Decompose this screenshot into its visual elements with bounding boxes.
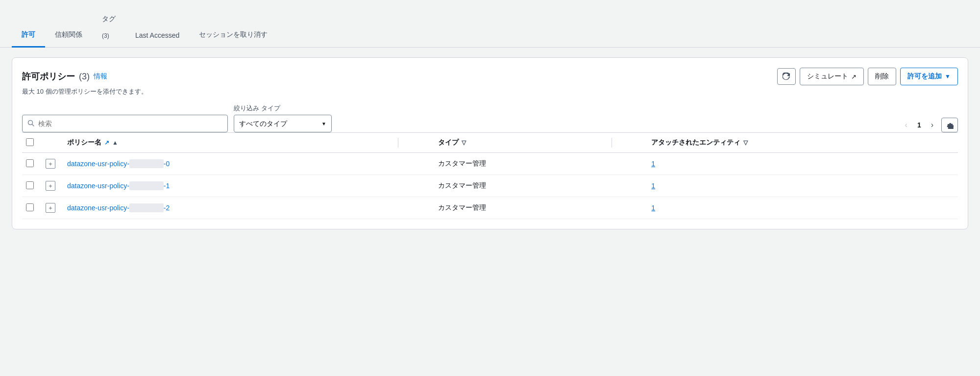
add-arrow-icon: ▼ — [945, 73, 951, 80]
entities-link-2[interactable]: 1 — [651, 204, 655, 212]
tab-tags-label-line1: タグ — [102, 15, 116, 23]
filter-row: 絞り込み タイプ すべてのタイプ AWS 管理 カスタマー管理 インラインポリシ… — [22, 104, 958, 132]
name-covered-2 — [129, 203, 164, 212]
sort-entities[interactable]: アタッチされたエンティティ ▽ — [651, 138, 952, 147]
search-icon — [27, 120, 34, 128]
svg-line-1 — [32, 124, 34, 126]
sort-name[interactable]: ポリシー名 ↗ ▲ — [67, 138, 385, 147]
main-content: 許可ポリシー (3) 情報 シミュレート ↗ 削除 許可を追加 ▼ — [0, 48, 980, 239]
refresh-button[interactable] — [777, 68, 796, 85]
prev-page-button[interactable]: ‹ — [901, 119, 911, 131]
header-type[interactable]: タイプ ▽ — [432, 133, 605, 153]
header-divider-1 — [391, 133, 432, 153]
table-header-row: ポリシー名 ↗ ▲ タイプ ▽ — [22, 133, 958, 153]
name-covered-0 — [129, 159, 164, 168]
row-divider-1-2 — [391, 197, 432, 219]
type-select-wrapper[interactable]: すべてのタイプ AWS 管理 カスタマー管理 インラインポリシー ▼ — [234, 115, 332, 132]
card-title-group: 許可ポリシー (3) 情報 — [22, 71, 107, 82]
tab-tags[interactable]: タグ (3) — [92, 0, 125, 48]
row-entities-0: 1 — [645, 153, 958, 175]
filter-type-label: 絞り込み タイプ — [234, 104, 332, 113]
header-name-label: ポリシー名 — [67, 138, 101, 147]
search-input[interactable] — [38, 120, 222, 127]
action-buttons: シミュレート ↗ 削除 許可を追加 ▼ — [777, 68, 958, 85]
card-subtitle: 最大 10 個の管理ポリシーを添付できます。 — [22, 87, 958, 96]
row-divider-2-0 — [605, 153, 646, 175]
entities-link-1[interactable]: 1 — [651, 182, 655, 190]
row-name-cell-1: datazone-usr-policy- -1 — [61, 175, 391, 197]
table-row: ＋ datazone-usr-policy- -2 カスタマー管理 1 — [22, 197, 958, 219]
simulate-button[interactable]: シミュレート ↗ — [800, 68, 864, 85]
delete-button[interactable]: 削除 — [868, 68, 896, 85]
card-header: 許可ポリシー (3) 情報 シミュレート ↗ 削除 許可を追加 ▼ — [22, 68, 958, 85]
expand-row-icon-2[interactable]: ＋ — [46, 203, 55, 213]
next-page-button[interactable]: › — [927, 119, 937, 131]
refresh-icon — [783, 73, 790, 80]
sort-type[interactable]: タイプ ▽ — [438, 138, 599, 147]
row-type-1: カスタマー管理 — [432, 175, 605, 197]
table-row: ＋ datazone-usr-policy- -0 カスタマー管理 1 — [22, 153, 958, 175]
entities-link-0[interactable]: 1 — [651, 160, 655, 168]
gear-icon — [946, 121, 954, 129]
row-checkbox-cell — [22, 175, 40, 197]
header-checkbox-cell — [22, 133, 40, 153]
policy-link-suffix-0[interactable]: -0 — [164, 160, 170, 168]
row-checkbox-2[interactable] — [26, 203, 34, 211]
tabs-bar: 許可 信頼関係 タグ (3) Last Accessed セッションを取り消す — [0, 0, 980, 48]
add-permission-button[interactable]: 許可を追加 ▼ — [900, 68, 958, 85]
pagination-area: ‹ 1 › — [901, 118, 958, 132]
policy-link-suffix-1[interactable]: -1 — [164, 182, 170, 190]
simulate-external-icon: ↗ — [851, 73, 857, 80]
external-link-icon: ↗ — [104, 139, 109, 146]
policy-table: ポリシー名 ↗ ▲ タイプ ▽ — [22, 132, 958, 219]
policy-link-prefix-1[interactable]: datazone-usr-policy- — [67, 182, 129, 190]
header-entities[interactable]: アタッチされたエンティティ ▽ — [645, 133, 958, 153]
row-expand-cell: ＋ — [40, 197, 61, 219]
sort-asc-icon: ▲ — [112, 139, 118, 146]
page-number: 1 — [915, 119, 923, 131]
expand-row-icon-0[interactable]: ＋ — [46, 159, 55, 169]
tab-revoke[interactable]: セッションを取り消す — [189, 24, 277, 48]
tab-tags-label-line2: (3) — [102, 32, 109, 39]
tab-last-accessed[interactable]: Last Accessed — [125, 25, 189, 48]
row-entities-1: 1 — [645, 175, 958, 197]
row-checkbox-cell — [22, 153, 40, 175]
name-content-2: datazone-usr-policy- -2 — [67, 203, 385, 212]
policy-link-suffix-2[interactable]: -2 — [164, 204, 170, 212]
name-content-0: datazone-usr-policy- -0 — [67, 159, 385, 168]
tab-trust[interactable]: 信頼関係 — [45, 24, 92, 48]
select-arrow-icon: ▼ — [321, 121, 326, 126]
simulate-label: シミュレート — [807, 72, 848, 81]
row-divider-2-1 — [605, 175, 646, 197]
row-checkbox-0[interactable] — [26, 159, 34, 167]
row-checkbox-1[interactable] — [26, 181, 34, 189]
row-divider-1-1 — [391, 175, 432, 197]
row-name-cell-2: datazone-usr-policy- -2 — [61, 197, 391, 219]
expand-row-icon-1[interactable]: ＋ — [46, 181, 55, 191]
search-wrapper — [22, 115, 228, 132]
row-divider-1-0 — [391, 153, 432, 175]
permissions-card: 許可ポリシー (3) 情報 シミュレート ↗ 削除 許可を追加 ▼ — [12, 57, 968, 229]
search-group — [22, 115, 228, 132]
row-name-cell-0: datazone-usr-policy- -0 — [61, 153, 391, 175]
row-expand-cell: ＋ — [40, 175, 61, 197]
row-divider-2-2 — [605, 197, 646, 219]
type-select[interactable]: すべてのタイプ AWS 管理 カスタマー管理 インラインポリシー — [239, 120, 318, 127]
header-divider-2 — [605, 133, 646, 153]
policy-link-prefix-2[interactable]: datazone-usr-policy- — [67, 204, 129, 212]
name-covered-1 — [129, 181, 164, 190]
table-settings-button[interactable] — [941, 118, 958, 132]
select-all-checkbox[interactable] — [26, 138, 34, 146]
card-count: (3) — [79, 72, 90, 82]
row-checkbox-cell — [22, 197, 40, 219]
info-link[interactable]: 情報 — [94, 72, 107, 81]
row-type-2: カスタマー管理 — [432, 197, 605, 219]
header-entities-label: アタッチされたエンティティ — [651, 138, 740, 147]
row-entities-2: 1 — [645, 197, 958, 219]
sort-desc-icon-type: ▽ — [462, 139, 466, 146]
policy-link-prefix-0[interactable]: datazone-usr-policy- — [67, 160, 129, 168]
name-content-1: datazone-usr-policy- -1 — [67, 181, 385, 190]
tab-permissions[interactable]: 許可 — [12, 24, 45, 48]
table-row: ＋ datazone-usr-policy- -1 カスタマー管理 1 — [22, 175, 958, 197]
header-name[interactable]: ポリシー名 ↗ ▲ — [61, 133, 391, 153]
